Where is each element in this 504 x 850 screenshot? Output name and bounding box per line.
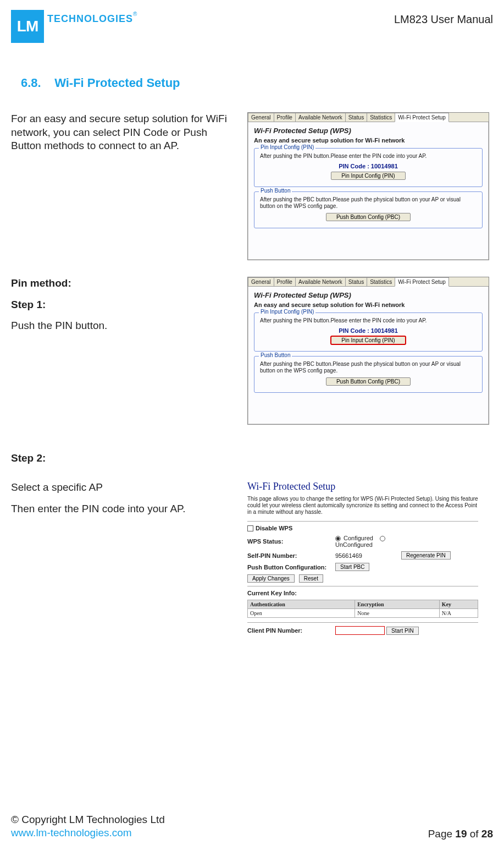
td-enc: None xyxy=(355,609,440,618)
pin-legend: Pin Input Config (PIN) xyxy=(259,144,315,150)
dialog-subtitle-2: An easy and secure setup solution for Wi… xyxy=(254,301,483,308)
page-sep: of xyxy=(467,828,481,840)
tab-general-2[interactable]: General xyxy=(248,277,274,286)
pin-code-value: PIN Code : 10014981 xyxy=(260,163,477,169)
dialog-tabs-2: General Profile Available Network Status… xyxy=(248,277,489,287)
section-number: 6.8. xyxy=(21,76,41,90)
step1-heading: Step 1: xyxy=(11,298,231,312)
pbc-fieldset-2: Push Button After pushing the PBC button… xyxy=(254,356,483,393)
page-header: LM TECHNOLOGIES ® LM823 User Manual xyxy=(11,0,493,43)
pin-instruction-2: After pushing the PIN button.Please ente… xyxy=(260,317,477,324)
dialog-tabs: General Profile Available Network Status… xyxy=(248,113,489,122)
key-info-table: Authentication Encryption Key Open None … xyxy=(247,600,478,618)
router-admin-screenshot: Wi-Fi Protected Setup This page allows y… xyxy=(247,481,478,635)
step1-row: Pin method: Step 1: Push the PIN button.… xyxy=(11,277,493,425)
pbc-instruction: After pushing the PBC button.Please push… xyxy=(260,196,477,210)
pbc-fieldset: Push Button After pushing the PBC button… xyxy=(254,191,483,228)
logo: LM TECHNOLOGIES ® xyxy=(11,10,137,43)
pin-legend-2: Pin Input Config (PIN) xyxy=(259,309,315,315)
copyright-text: © Copyright LM Technologies Ltd xyxy=(11,813,165,827)
pbc-config-label: Push Button Configuration: xyxy=(247,564,335,571)
apply-changes-button[interactable]: Apply Changes xyxy=(247,574,295,583)
registered-mark-icon: ® xyxy=(133,10,137,17)
tab-wifi-protect-setup-2[interactable]: Wi-Fi Protect Setup xyxy=(395,277,449,287)
dialog-title-2: Wi-Fi Protected Setup (WPS) xyxy=(254,291,483,299)
configured-label: Configured xyxy=(344,535,373,541)
step2-text1: Select a specific AP xyxy=(11,481,231,495)
push-button-config-button-2[interactable]: Push Button Config (PBC) xyxy=(326,377,411,386)
pin-fieldset-2: Pin Input Config (PIN) After pushing the… xyxy=(254,312,483,352)
website-link[interactable]: www.lm-technologies.com xyxy=(11,827,132,838)
router-description: This page allows you to change the setti… xyxy=(247,496,478,516)
tab-wifi-protect-setup[interactable]: Wi-Fi Protect Setup xyxy=(395,113,449,122)
self-pin-value: 95661469 xyxy=(335,552,401,559)
wps-status-label: WPS Status: xyxy=(247,538,335,545)
unconfigured-radio[interactable] xyxy=(380,536,385,541)
tab-status[interactable]: Status xyxy=(345,113,367,122)
router-page-title: Wi-Fi Protected Setup xyxy=(247,481,478,492)
step2-row: Select a specific AP Then enter the PIN … xyxy=(11,481,493,638)
table-row: Open None N/A xyxy=(248,609,478,618)
page-total: 28 xyxy=(481,828,493,840)
push-button-config-button[interactable]: Push Button Config (PBC) xyxy=(326,213,411,221)
dialog-subtitle: An easy and secure setup solution for Wi… xyxy=(254,137,483,144)
page-number: Page 19 of 28 xyxy=(428,828,493,840)
th-authentication: Authentication xyxy=(248,600,355,609)
tab-statistics[interactable]: Statistics xyxy=(367,113,395,122)
unconfigured-label: UnConfigured xyxy=(335,541,373,548)
pbc-legend: Push Button xyxy=(259,188,292,194)
pbc-instruction-2: After pushing the PBC button.Please push… xyxy=(260,361,477,374)
start-pbc-button[interactable]: Start PBC xyxy=(335,563,369,571)
dialog-title: Wi-Fi Protected Setup (WPS) xyxy=(254,127,483,135)
tab-statistics-2[interactable]: Statistics xyxy=(367,277,395,286)
step2-text2: Then enter the PIN code into your AP. xyxy=(11,502,231,516)
page-current: 19 xyxy=(455,828,467,840)
intro-paragraph: For an easy and secure setup solution fo… xyxy=(11,112,231,153)
logo-text: TECHNOLOGIES xyxy=(47,10,133,25)
th-key: Key xyxy=(439,600,478,609)
pin-input-config-button-highlighted[interactable]: Pin Input Config (PIN) xyxy=(331,336,405,344)
th-encryption: Encryption xyxy=(355,600,440,609)
divider xyxy=(247,521,478,522)
td-key: N/A xyxy=(439,609,478,618)
section-title-text: Wi-Fi Protected Setup xyxy=(54,76,180,90)
tab-profile-2[interactable]: Profile xyxy=(274,277,296,286)
disable-wps-label: Disable WPS xyxy=(256,525,292,531)
configured-radio[interactable] xyxy=(335,536,341,541)
tab-available-network[interactable]: Available Network xyxy=(295,113,346,122)
step1-text: Push the PIN button. xyxy=(11,319,231,333)
divider-2 xyxy=(247,586,478,586)
pin-input-config-button[interactable]: Pin Input Config (PIN) xyxy=(331,172,405,180)
page-prefix: Page xyxy=(428,828,456,840)
pin-method-heading: Pin method: xyxy=(11,277,231,290)
tab-status-2[interactable]: Status xyxy=(345,277,367,286)
pin-instruction: After pushing the PIN button.Please ente… xyxy=(260,153,477,160)
current-key-info-label: Current Key Info: xyxy=(247,590,335,596)
pbc-legend-2: Push Button xyxy=(259,352,292,358)
client-pin-input[interactable] xyxy=(335,626,385,635)
tab-profile[interactable]: Profile xyxy=(274,113,296,122)
divider-3 xyxy=(247,622,478,623)
reset-button[interactable]: Reset xyxy=(299,574,323,583)
document-title: LM823 User Manual xyxy=(394,10,493,26)
regenerate-pin-button[interactable]: Regenerate PIN xyxy=(401,551,451,560)
pin-code-value-2: PIN Code : 10014981 xyxy=(260,327,477,334)
section-heading: 6.8. Wi-Fi Protected Setup xyxy=(21,76,493,90)
tab-available-network-2[interactable]: Available Network xyxy=(295,277,346,286)
td-auth: Open xyxy=(248,609,355,618)
self-pin-label: Self-PIN Number: xyxy=(247,552,335,559)
start-pin-button[interactable]: Start PIN xyxy=(386,627,419,635)
step2-heading: Step 2: xyxy=(11,452,493,464)
logo-square-icon: LM xyxy=(11,10,44,43)
wps-dialog-screenshot-1: General Profile Available Network Status… xyxy=(247,112,489,260)
page-footer: © Copyright LM Technologies Ltd www.lm-t… xyxy=(11,813,493,840)
tab-general[interactable]: General xyxy=(248,113,274,122)
intro-row: For an easy and secure setup solution fo… xyxy=(11,112,493,260)
pin-fieldset: Pin Input Config (PIN) After pushing the… xyxy=(254,148,483,187)
client-pin-label: Client PIN Number: xyxy=(247,627,335,634)
wps-dialog-screenshot-2: General Profile Available Network Status… xyxy=(247,277,489,425)
disable-wps-checkbox[interactable] xyxy=(247,525,253,531)
